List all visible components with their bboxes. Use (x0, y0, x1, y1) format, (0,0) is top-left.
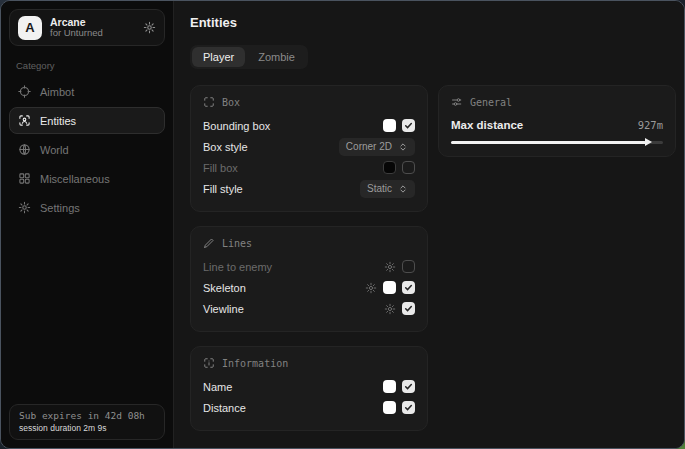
tab-bar: Player Zombie (190, 45, 308, 69)
setting-row-fill-box: Fill box (203, 157, 415, 178)
box-style-select[interactable]: Corner 2D (339, 138, 415, 156)
checkbox[interactable] (402, 260, 415, 273)
setting-row-fill-style: Fill style Static (203, 178, 415, 199)
main-panel: Entities Player Zombie Box Bounding box (174, 1, 685, 448)
session-duration-text: session duration 2m 9s (19, 423, 155, 433)
sidebar-item-label: Aimbot (40, 86, 74, 98)
sliders-icon (451, 96, 463, 108)
gear-icon[interactable] (143, 21, 156, 34)
information-card: Information Name Distance (190, 346, 428, 431)
app-window: A Arcane for Unturned Category Aimbot (0, 0, 685, 449)
color-swatch[interactable] (383, 380, 396, 393)
card-title: Lines (222, 238, 252, 249)
gear-icon[interactable] (384, 261, 396, 273)
chevron-up-down-icon (398, 184, 408, 194)
brand-text: Arcane for Unturned (50, 16, 135, 39)
box-card-header: Box (203, 96, 415, 108)
setting-label: Bounding box (203, 120, 270, 132)
card-title: Box (222, 97, 240, 108)
lines-card: Lines Line to enemy Skeleton (190, 226, 428, 332)
checkbox[interactable] (402, 380, 415, 393)
setting-label: Line to enemy (203, 261, 272, 273)
information-card-header: Information (203, 357, 415, 369)
checkbox[interactable] (402, 281, 415, 294)
column-left: Box Bounding box Box style (190, 85, 428, 431)
entity-scan-icon (18, 114, 31, 127)
sidebar-item-miscellaneous[interactable]: Miscellaneous (9, 165, 165, 192)
check-icon (404, 382, 413, 391)
slider-value: 927m (638, 119, 663, 131)
slider-handle[interactable] (645, 138, 652, 146)
setting-label: Fill style (203, 183, 243, 195)
setting-label: Distance (203, 402, 246, 414)
setting-row-line-to-enemy: Line to enemy (203, 256, 415, 277)
box-corners-icon (203, 96, 215, 108)
sub-expires-text: Sub expires in 42d 08h (19, 410, 155, 421)
sidebar-item-label: Miscellaneous (40, 173, 110, 185)
setting-row-bounding-box: Bounding box (203, 115, 415, 136)
check-icon (404, 283, 413, 292)
sidebar-item-aimbot[interactable]: Aimbot (9, 78, 165, 105)
slider-label: Max distance (451, 119, 523, 131)
setting-row-viewline: Viewline (203, 298, 415, 319)
setting-label: Box style (203, 141, 248, 153)
sidebar-item-label: World (40, 144, 69, 156)
grid-icon (18, 172, 31, 185)
chevron-up-down-icon (398, 142, 408, 152)
check-icon (404, 403, 413, 412)
color-swatch[interactable] (383, 401, 396, 414)
card-columns: Box Bounding box Box style (190, 85, 676, 431)
gear-icon[interactable] (365, 282, 377, 294)
crosshair-icon (18, 85, 31, 98)
setting-label: Fill box (203, 162, 238, 174)
checkbox[interactable] (402, 302, 415, 315)
box-card: Box Bounding box Box style (190, 85, 428, 212)
card-title: Information (222, 358, 288, 369)
subscription-panel: Sub expires in 42d 08h session duration … (9, 404, 165, 440)
setting-label: Name (203, 381, 232, 393)
setting-label: Viewline (203, 303, 244, 315)
color-swatch[interactable] (383, 281, 396, 294)
max-distance-row: Max distance 927m (451, 115, 663, 135)
tab-zombie[interactable]: Zombie (247, 47, 306, 67)
page-title: Entities (190, 15, 676, 30)
slider-fill (451, 141, 646, 144)
app-logo: A (18, 16, 42, 40)
card-title: General (470, 97, 512, 108)
gear-icon[interactable] (384, 303, 396, 315)
checkbox[interactable] (402, 119, 415, 132)
sidebar: A Arcane for Unturned Category Aimbot (1, 1, 174, 448)
check-icon (404, 121, 413, 130)
setting-label: Skeleton (203, 282, 246, 294)
tab-player[interactable]: Player (192, 47, 245, 67)
checkbox[interactable] (402, 401, 415, 414)
brand-card: A Arcane for Unturned (9, 9, 165, 46)
info-scan-icon (203, 357, 215, 369)
globe-icon (18, 143, 31, 156)
lines-card-header: Lines (203, 237, 415, 249)
app-subtitle: for Unturned (50, 28, 135, 39)
sidebar-item-label: Entities (40, 115, 76, 127)
setting-row-skeleton: Skeleton (203, 277, 415, 298)
sidebar-item-label: Settings (40, 202, 80, 214)
category-label: Category (16, 60, 165, 71)
color-swatch[interactable] (383, 119, 396, 132)
general-card: General Max distance 927m (438, 85, 676, 157)
max-distance-slider[interactable] (451, 141, 663, 144)
sidebar-item-world[interactable]: World (9, 136, 165, 163)
select-value: Static (367, 183, 392, 194)
gear-icon (18, 201, 31, 214)
check-icon (404, 304, 413, 313)
fill-style-select[interactable]: Static (360, 180, 415, 198)
select-value: Corner 2D (346, 141, 392, 152)
general-card-header: General (451, 96, 663, 108)
color-swatch[interactable] (383, 161, 396, 174)
setting-row-box-style: Box style Corner 2D (203, 136, 415, 157)
column-right: General Max distance 927m (438, 85, 676, 157)
sidebar-item-settings[interactable]: Settings (9, 194, 165, 221)
checkbox[interactable] (402, 161, 415, 174)
sidebar-item-entities[interactable]: Entities (9, 107, 165, 134)
setting-row-distance: Distance (203, 397, 415, 418)
pencil-line-icon (203, 237, 215, 249)
setting-row-name: Name (203, 376, 415, 397)
